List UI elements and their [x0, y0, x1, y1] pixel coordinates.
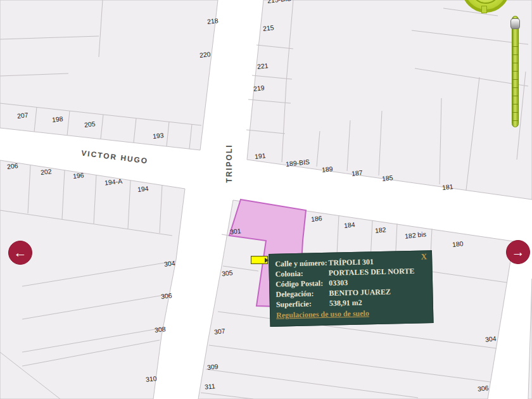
block-southwest[interactable]: [0, 160, 185, 399]
parcel-label: 306: [160, 291, 172, 300]
field-label: Colonia:: [276, 268, 329, 279]
parcel-label: 207: [16, 111, 28, 120]
parcel-label: 304: [163, 259, 175, 268]
parcel-label: 220: [199, 50, 211, 59]
parcel-label: 305: [221, 269, 233, 277]
parcel-label: 307: [213, 327, 225, 336]
pan-left-button[interactable]: ←: [8, 241, 32, 265]
parcel-label: 180: [452, 239, 464, 248]
parcel-label: 185: [381, 174, 393, 182]
map-canvas[interactable]: 218 215 220 221 219 215-BIS 207 198 205 …: [0, 0, 532, 399]
zoom-slider-ticks: [512, 39, 518, 125]
parcel-label: 187: [351, 168, 363, 177]
parcel-label: 196: [72, 171, 84, 180]
arrow-left-icon: ←: [14, 245, 27, 260]
field-value: BENITO JUAREZ: [329, 287, 391, 298]
parcel-label: 309: [206, 362, 218, 371]
parcel-map: [0, 0, 532, 399]
field-label: Código Postal:: [276, 278, 329, 289]
parcel-label: 181: [441, 182, 453, 191]
parcel-label: 191: [254, 151, 266, 160]
field-value: 538,91 m2: [329, 298, 362, 308]
parcel-label: 301: [229, 227, 241, 236]
field-label: Delegación:: [276, 288, 329, 300]
parcel-label: 215: [262, 23, 274, 32]
parcel-label: 306: [477, 384, 489, 393]
close-icon[interactable]: X: [421, 251, 428, 262]
parcel-label: 219: [253, 84, 265, 92]
arrow-right-icon: →: [512, 244, 525, 260]
parcel-label: 310: [145, 374, 157, 383]
field-value: PORTALES DEL NORTE: [329, 266, 415, 278]
compass-ring-icon: [471, 0, 501, 4]
parcel-label: 205: [84, 120, 96, 129]
parcel-label: 218: [206, 16, 218, 25]
parcel-label: 221: [256, 61, 269, 70]
selected-parcel-marker[interactable]: [251, 256, 268, 264]
parcel-label: 202: [40, 167, 52, 176]
block-northeast[interactable]: [247, 0, 532, 200]
block-corner-sliver: [528, 279, 532, 399]
parcel-label: 186: [310, 214, 322, 223]
parcel-info-popup: X Calle y número: TRÍPOLI 301 Colonia: P…: [269, 250, 434, 327]
parcel-label: 193: [152, 131, 164, 140]
compass-stem-icon: [481, 6, 487, 13]
parcel-label: 182: [374, 225, 386, 234]
parcel-label: 194: [137, 184, 149, 193]
parcel-label: 304: [484, 334, 497, 343]
field-value: 03303: [329, 277, 348, 288]
regulations-link[interactable]: Regulaciones de uso de suelo: [276, 308, 369, 320]
parcel-label: 311: [204, 382, 215, 391]
parcel-label: 308: [154, 325, 166, 334]
zoom-slider-thumb[interactable]: [510, 18, 520, 29]
street-label-tripoli: TRIPOLI: [225, 143, 234, 184]
field-value: TRÍPOLI 301: [328, 256, 374, 268]
parcel-label: 206: [6, 162, 18, 170]
zoom-slider[interactable]: [510, 15, 521, 130]
parcel-label: 198: [51, 115, 63, 124]
field-label: Superficie:: [276, 298, 329, 310]
pan-right-button[interactable]: →: [506, 240, 530, 264]
field-label: Calle y número:: [275, 258, 328, 269]
parcel-label: 189: [321, 165, 333, 174]
marker-pointer-icon: [265, 258, 269, 263]
parcel-label: 184: [343, 220, 355, 229]
